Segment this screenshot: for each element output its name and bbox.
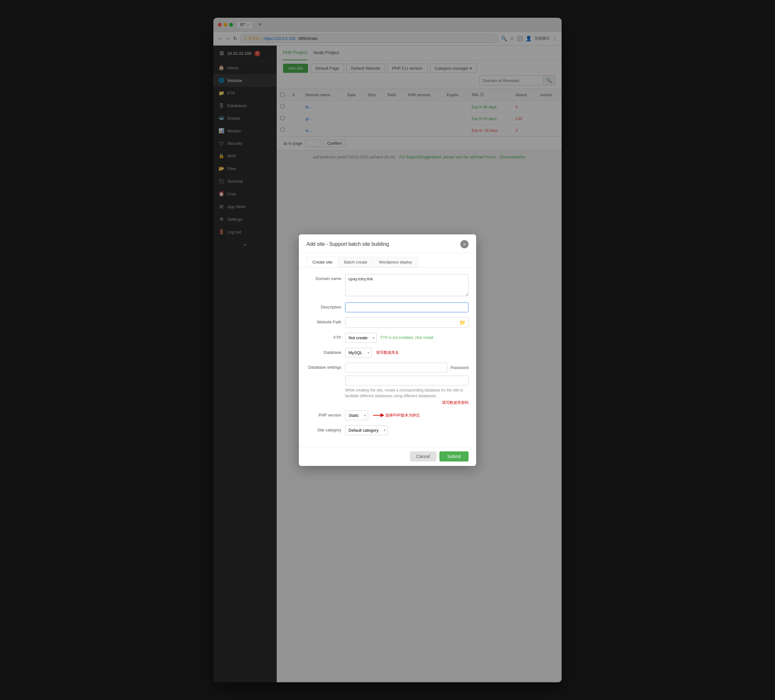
db-settings-label: Database settings bbox=[306, 363, 341, 370]
database-select[interactable]: MySQL bbox=[345, 348, 372, 358]
dbname-annotation-inline: 填写数据库名 bbox=[376, 350, 399, 355]
modal-footer: Cancel Submit bbox=[299, 447, 476, 466]
database-row: Database MySQL ▾ 填写数据库名 bbox=[306, 348, 469, 358]
db-password-input[interactable]: zz87LZA5iczDwdWG bbox=[345, 376, 469, 385]
php-annotation: 选择PHP版本为静态 bbox=[385, 413, 420, 418]
domain-name-row: Domain name upay.totry.link 填入事先解析好的域名 bbox=[306, 274, 469, 297]
php-version-row: PHP version Static ▾ 选择PHP版本为静态 bbox=[306, 410, 469, 420]
dbpass-annotation: 填写数据库密码 bbox=[345, 400, 469, 405]
description-label: Description bbox=[306, 302, 341, 310]
domain-label: Domain name bbox=[306, 274, 341, 281]
domain-field: upay.totry.link 填入事先解析好的域名 bbox=[345, 274, 469, 297]
db-settings-field: sql_upay_totry_link Password zz87LZA5icz… bbox=[345, 363, 469, 405]
modal-tabs: Create site Batch create Wordpress deplo… bbox=[299, 253, 476, 268]
description-row: Description epusdt bbox=[306, 302, 469, 312]
path-row: Website Path /www/wwwroot/upay.totry.lin… bbox=[306, 317, 469, 328]
php-controls: Static ▾ 选择PHP版本为静态 bbox=[345, 410, 469, 420]
ftp-field: Not create ▾ FTP is not installed, click… bbox=[345, 333, 469, 343]
ftp-select-wrap: Not create ▾ bbox=[345, 333, 377, 343]
dbname-annotation: 填写数据库名 bbox=[376, 350, 399, 355]
path-input[interactable]: /www/wwwroot/upay.totry.link bbox=[345, 318, 457, 327]
tab-wordpress-deploy[interactable]: Wordpress deploy bbox=[373, 257, 418, 267]
cancel-button[interactable]: Cancel bbox=[410, 452, 437, 462]
tab-batch-create[interactable]: Batch create bbox=[338, 257, 373, 267]
php-select[interactable]: Static bbox=[345, 410, 368, 420]
modal-overlay[interactable]: Add site - Support batch site building ×… bbox=[0, 0, 775, 700]
db-settings-controls: sql_upay_totry_link Password zz87LZA5icz… bbox=[345, 363, 469, 385]
category-select-wrap: Default category ▾ bbox=[345, 425, 388, 435]
php-arrow-icon bbox=[371, 412, 384, 418]
modal-close-button[interactable]: × bbox=[460, 240, 469, 248]
ftp-row: FTP Not create ▾ FTP is not installed, c… bbox=[306, 333, 469, 343]
folder-icon[interactable]: 📁 bbox=[457, 318, 468, 328]
description-field: epusdt bbox=[345, 302, 469, 312]
submit-button[interactable]: Submit bbox=[439, 452, 469, 462]
php-field: Static ▾ 选择PHP版本为静态 bbox=[345, 410, 469, 420]
add-site-modal: Add site - Support batch site building ×… bbox=[299, 234, 476, 466]
ftp-install-link[interactable]: FTP is not installed, click Install bbox=[381, 335, 433, 340]
category-select[interactable]: Default category bbox=[345, 425, 388, 435]
path-field: /www/wwwroot/upay.totry.link 📁 bbox=[345, 317, 469, 328]
tab-create-site[interactable]: Create site bbox=[306, 257, 338, 267]
ftp-controls: Not create ▾ FTP is not installed, click… bbox=[345, 333, 469, 343]
db-password-label: Password bbox=[451, 365, 469, 370]
php-annotation-wrap: 选择PHP版本为静态 bbox=[371, 412, 420, 418]
site-category-label: Site category bbox=[306, 425, 341, 432]
database-controls: MySQL ▾ 填写数据库名 bbox=[345, 348, 469, 358]
php-select-wrap: Static ▾ bbox=[345, 410, 368, 420]
site-category-field: Default category ▾ bbox=[345, 425, 469, 435]
description-input[interactable]: epusdt bbox=[345, 302, 469, 312]
site-category-row: Site category Default category ▾ bbox=[306, 425, 469, 435]
database-select-wrap: MySQL ▾ bbox=[345, 348, 372, 358]
database-field: MySQL ▾ 填写数据库名 bbox=[345, 348, 469, 358]
domain-value: upay.totry.link bbox=[348, 277, 373, 281]
database-label: Database bbox=[306, 348, 341, 355]
modal-header: Add site - Support batch site building × bbox=[299, 234, 476, 253]
modal-title: Add site - Support batch site building bbox=[306, 242, 389, 247]
db-name-input[interactable]: sql_upay_totry_link bbox=[345, 363, 447, 372]
modal-body: Domain name upay.totry.link 填入事先解析好的域名 bbox=[299, 268, 476, 447]
db-note: While creating the site, create a corres… bbox=[345, 387, 469, 399]
ftp-select[interactable]: Not create bbox=[345, 333, 377, 343]
db-settings-row: Database settings sql_upay_totry_link Pa… bbox=[306, 363, 469, 405]
php-label: PHP version bbox=[306, 410, 341, 417]
path-label: Website Path bbox=[306, 317, 341, 324]
path-input-wrap: /www/wwwroot/upay.totry.link 📁 bbox=[345, 317, 469, 328]
ftp-label: FTP bbox=[306, 333, 341, 340]
